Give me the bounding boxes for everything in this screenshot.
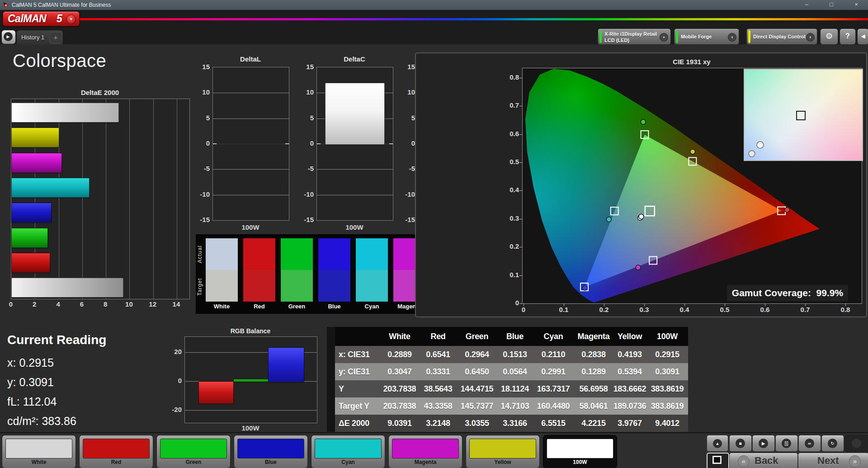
- cie-ytickmark: [519, 303, 522, 304]
- table-cell: Magenta: [574, 327, 613, 346]
- cie-ytickmark: [519, 134, 522, 135]
- continuous-measure-button[interactable]: ∞: [798, 435, 821, 452]
- tab-scroll-button[interactable]: ▶: [1, 30, 16, 44]
- source-chevron-down-icon[interactable]: ▼: [728, 33, 736, 42]
- collapse-panel-icon[interactable]: ◀: [857, 28, 868, 45]
- pattern-window-up-button[interactable]: ▲: [707, 435, 728, 452]
- table-row: x: CIE310.28890.65410.29640.15130.21100.…: [327, 346, 688, 363]
- play-button[interactable]: ▶: [752, 435, 775, 452]
- deltae-bar-blue: [11, 203, 52, 222]
- add-tab-button[interactable]: +: [49, 32, 62, 44]
- minimize-button[interactable]: –: [797, 0, 816, 10]
- table-cell: 18.1124: [497, 380, 533, 397]
- cie-xtickmark: [564, 303, 564, 306]
- gamut-coverage-value: 99.9%: [816, 288, 844, 298]
- display-control-dropdown[interactable]: Direct Display Control ▼: [746, 28, 817, 45]
- rgb-bar-red: [198, 381, 234, 404]
- meter-chevron-down-icon[interactable]: ▼: [660, 33, 668, 42]
- deltae-gridline: [106, 99, 106, 299]
- reading-y: y: 0.3091: [7, 376, 54, 389]
- pattern-label: Yellow: [466, 459, 539, 465]
- cie-measurement-dot-yellow: [690, 149, 695, 154]
- zero-tick: [213, 143, 217, 144]
- table-cell: 0.6541: [420, 346, 457, 363]
- cie-ytick-0.8: 0.8: [500, 73, 519, 81]
- deltac-bar: [325, 83, 385, 145]
- single-measure-button[interactable]: [|]: [775, 435, 798, 452]
- back-button[interactable]: « Back: [729, 453, 798, 468]
- table-cell: 189.0736: [613, 397, 646, 415]
- deltah-ytick-15: 15: [397, 63, 415, 71]
- pattern-button-100w[interactable]: 100W: [543, 435, 617, 468]
- cie-xtick-0.3: 0.3: [635, 306, 653, 313]
- white-point-zoom-inset: [744, 69, 863, 161]
- pattern-button-blue[interactable]: Blue: [234, 435, 308, 468]
- table-cell: 0.5394: [613, 363, 646, 380]
- table-cell: 0.3091: [646, 363, 688, 380]
- meter-dropdown[interactable]: X-Rite i1Display Retail LCD (LED) ▼: [598, 28, 671, 45]
- zero-tick: [317, 143, 321, 144]
- pattern-button-white[interactable]: White: [2, 435, 76, 468]
- deltal-x-label: 100W: [212, 223, 288, 231]
- refresh-button[interactable]: ↻: [821, 435, 844, 452]
- deltal-ytick-10: 10: [192, 88, 210, 96]
- deltae-gridline: [153, 99, 154, 299]
- logo-brand-text: CalMAN: [8, 13, 46, 25]
- display-chevron-down-icon[interactable]: ▼: [806, 33, 815, 42]
- pattern-button-cyan[interactable]: Cyan: [311, 435, 385, 468]
- pattern-chip-cyan: [315, 439, 382, 459]
- target-swatch-green: [281, 270, 313, 302]
- deltah-ytick--15: -15: [397, 216, 415, 223]
- settings-gear-icon[interactable]: ⚙: [820, 28, 838, 45]
- pattern-label: Red: [80, 459, 153, 465]
- table-cell: Blue: [497, 327, 533, 346]
- pattern-button-green[interactable]: Green: [156, 435, 231, 468]
- cie-ytick-0.5: 0.5: [500, 158, 519, 165]
- window-title: CalMAN 5 CalMAN Ultimate for Business: [12, 0, 111, 10]
- table-cell: 43.3358: [420, 397, 457, 415]
- stop-button[interactable]: ■: [729, 435, 752, 452]
- cie-measurement-dot-red: [785, 208, 790, 213]
- logo-chevron-down-icon[interactable]: ▼: [66, 14, 76, 24]
- calman-logo-menu[interactable]: CalMAN 5 ▼: [3, 11, 80, 26]
- deltae-xtick-10: 10: [122, 300, 136, 308]
- table-header-row: WhiteRedGreenBlueCyanMagentaYellow100W: [327, 327, 688, 346]
- pattern-window-button[interactable]: [707, 453, 729, 468]
- deltac-ytick-10: 10: [296, 88, 314, 96]
- rainbow-gradient-bar: [77, 18, 868, 20]
- table-cell: 3.2148: [420, 415, 457, 432]
- rgb-ytick-20: 20: [165, 348, 182, 355]
- zero-tick: [389, 143, 393, 144]
- cie-xtickmark: [524, 303, 524, 306]
- row-label: Target Y: [335, 397, 380, 415]
- pattern-button-red[interactable]: Red: [79, 435, 153, 468]
- deltae-xtick-6: 6: [75, 300, 89, 308]
- app-icon: [2, 1, 9, 9]
- table-cell: 383.8619: [646, 397, 688, 415]
- restore-button[interactable]: □: [822, 0, 841, 10]
- measurement-table: WhiteRedGreenBlueCyanMagentaYellow100Wx:…: [327, 327, 688, 432]
- tab-history-1[interactable]: History 1 +: [16, 30, 63, 45]
- table-cell: 0.2991: [533, 363, 574, 380]
- page-title: Colorspace: [13, 51, 106, 71]
- pattern-button-yellow[interactable]: Yellow: [466, 435, 540, 468]
- table-cell: Red: [420, 327, 457, 346]
- deltac-ytick--15: -15: [296, 216, 314, 223]
- cie-xtickmark: [765, 303, 765, 306]
- deltac-ytick--5: -5: [296, 165, 314, 172]
- help-icon[interactable]: ?: [840, 28, 856, 45]
- row-label: x: CIE31: [335, 346, 380, 363]
- deltal-ytick--10: -10: [192, 190, 210, 198]
- deltae-xtick-2: 2: [28, 300, 41, 308]
- inset-measurement-dot: [748, 150, 755, 157]
- source-status-indicator: [676, 30, 678, 43]
- source-dropdown[interactable]: Mobile Forge ▼: [674, 28, 739, 45]
- pattern-chip-magenta: [392, 439, 459, 459]
- close-button[interactable]: ×: [847, 0, 866, 10]
- actual-swatch-blue: [318, 238, 350, 270]
- cie-ytick-0.3: 0.3: [500, 214, 519, 222]
- pattern-button-magenta[interactable]: Magenta: [388, 435, 462, 468]
- deltal-ytick--5: -5: [192, 165, 210, 172]
- next-button[interactable]: Next »: [798, 453, 868, 468]
- logo-version-text: 5: [57, 13, 62, 25]
